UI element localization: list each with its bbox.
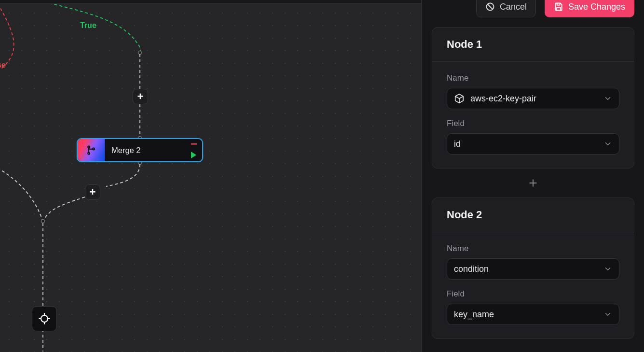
node2-field-value: key_name — [454, 310, 494, 320]
node-run-icon[interactable] — [191, 152, 196, 158]
node1-field-select[interactable]: id — [447, 133, 619, 155]
node-label: Merge 2 — [111, 146, 141, 155]
merge-icon — [78, 139, 105, 161]
cube-icon — [454, 93, 465, 104]
add-node-section-button[interactable] — [432, 178, 634, 188]
node2-name-select[interactable]: condition — [447, 258, 619, 280]
cancel-button-label: Cancel — [500, 2, 527, 12]
node2-field-label: Field — [447, 289, 619, 299]
node2-name-value: condition — [454, 264, 489, 274]
node-remove-icon[interactable]: − — [191, 142, 197, 146]
cancel-button[interactable]: Cancel — [476, 0, 536, 17]
panel-actions: Cancel Save Changes — [432, 0, 634, 17]
svg-point-7 — [41, 315, 48, 322]
recenter-button[interactable] — [32, 306, 57, 331]
edges-layer — [0, 4, 421, 352]
node1-name-label: Name — [447, 73, 619, 83]
chevron-down-icon — [603, 265, 612, 273]
edge-label-true: True — [80, 21, 96, 30]
add-node-button-top[interactable]: + — [133, 89, 148, 104]
save-button[interactable]: Save Changes — [545, 0, 634, 17]
chevron-down-icon — [603, 310, 612, 319]
node1-name-select[interactable]: aws-ec2-key-pair — [447, 88, 619, 109]
cancel-icon — [485, 2, 495, 12]
node1-name-value: aws-ec2-key-pair — [470, 94, 536, 104]
svg-point-0 — [138, 51, 142, 55]
svg-point-3 — [41, 220, 45, 223]
node2-title: Node 2 — [432, 198, 634, 232]
node1-section: Node 1 Name aws-ec2-key-pair Field id — [432, 27, 634, 169]
node2-field-select[interactable]: key_name — [447, 304, 619, 325]
svg-line-13 — [488, 4, 492, 9]
node2-section: Node 2 Name condition Field key_name — [432, 197, 634, 339]
plus-icon — [528, 178, 538, 188]
save-icon — [554, 2, 563, 12]
node1-title: Node 1 — [432, 28, 634, 62]
save-button-label: Save Changes — [568, 2, 625, 12]
add-node-button-bottom[interactable]: + — [85, 184, 100, 200]
node1-field-label: Field — [447, 119, 619, 128]
node2-name-label: Name — [447, 244, 619, 253]
edge-label-false: se — [0, 61, 6, 70]
chevron-down-icon — [603, 94, 612, 103]
crosshair-icon — [38, 312, 51, 325]
chevron-down-icon — [603, 140, 612, 148]
workflow-canvas[interactable]: True se Merge 2 − + + — [0, 4, 421, 352]
node1-field-value: id — [454, 139, 461, 149]
node-merge-2[interactable]: Merge 2 − — [77, 138, 203, 162]
properties-panel: Cancel Save Changes Node 1 Name aws-ec2-… — [421, 0, 644, 352]
